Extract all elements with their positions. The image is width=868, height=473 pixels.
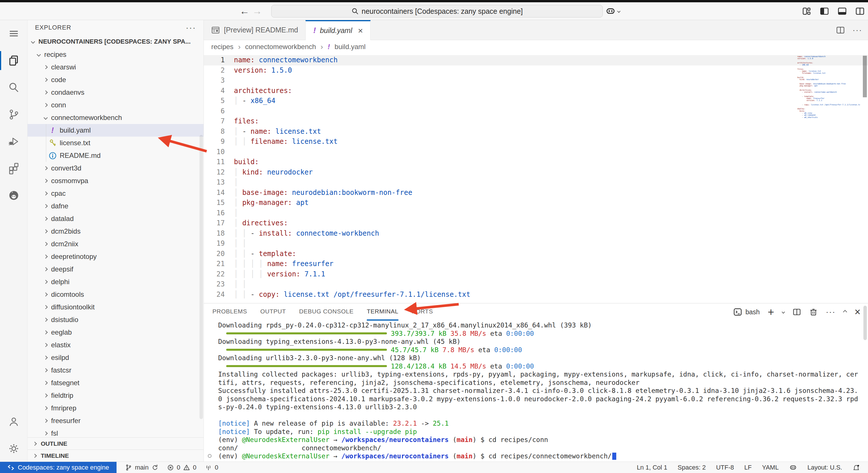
code-line-2[interactable]: 2version: 1.5.0 [204, 65, 868, 76]
code-line-23[interactable]: 23│ │ [204, 279, 868, 290]
code-line-15[interactable]: 15│ pkg-manager: apt [204, 198, 868, 208]
tree-item-cosmomvpa[interactable]: cosmomvpa [28, 175, 204, 187]
code-line-6[interactable]: 6 [204, 106, 868, 117]
tree-item-freesurfer[interactable]: freesurfer [28, 414, 204, 427]
eol-sequence[interactable]: LF [744, 464, 752, 471]
copilot-status[interactable] [789, 464, 797, 472]
activity-run-debug-icon[interactable] [5, 133, 22, 150]
tree-item-condaenvs[interactable]: condaenvs [28, 86, 204, 99]
panel-tab-ports[interactable]: PORTS [412, 304, 433, 321]
editor-more-actions-icon[interactable]: ··· [852, 26, 862, 35]
maximize-panel-icon[interactable] [843, 310, 847, 314]
tree-item-esilpd[interactable]: esilpd [28, 351, 204, 364]
code-editor[interactable]: 1name: connectomeworkbench2version: 1.5.… [204, 53, 868, 303]
tree-item-dsistudio[interactable]: dsistudio [28, 313, 204, 326]
panel-tab-output[interactable]: OUTPUT [260, 304, 286, 321]
remote-indicator[interactable]: Codespaces: zany space engine [0, 462, 117, 473]
code-line-24[interactable]: 24│ │ - copy: license.txt /opt/freesurfe… [204, 290, 868, 300]
code-line-4[interactable]: 4architectures: [204, 86, 868, 96]
code-line-14[interactable]: 14│ base-image: neurodebian:bookworm-non… [204, 188, 868, 198]
code-line-9[interactable]: 9│ │ filename: license.txt [204, 137, 868, 147]
code-line-21[interactable]: 21│ │ │ │ name: freesurfer [204, 259, 868, 269]
tree-item-diffusiontoolkit[interactable]: diffusiontoolkit [28, 301, 204, 313]
branch-indicator[interactable]: main [125, 464, 158, 471]
tree-item-fsl[interactable]: fsl [28, 427, 204, 437]
activity-extensions-icon[interactable] [5, 160, 22, 177]
close-icon[interactable]: × [358, 26, 363, 36]
terminal-profile-chevron-icon[interactable] [782, 310, 785, 313]
tree-item-dafne[interactable]: dafne [28, 200, 204, 212]
tree-root-workspace[interactable]: NEUROCONTAINERS [CODESPACES: ZANY SPA... [28, 35, 204, 48]
command-center-search[interactable]: neurocontainers [Codespaces: zany space … [271, 5, 603, 18]
code-line-19[interactable]: 19│ │ [204, 239, 868, 249]
sidebar-scrollbar[interactable] [199, 135, 203, 419]
code-line-12[interactable]: 12│ kind: neurodocker [204, 167, 868, 178]
code-line-7[interactable]: 7files: [204, 116, 868, 127]
notifications-bell-icon[interactable] [852, 464, 860, 471]
terminal-scrollbar[interactable] [863, 306, 867, 340]
panel-tab-problems[interactable]: PROBLEMS [212, 304, 247, 321]
tree-item-code[interactable]: code [28, 73, 204, 86]
split-editor-icon[interactable] [836, 26, 845, 35]
tree-item-clearswi[interactable]: clearswi [28, 61, 204, 73]
breadcrumb-item[interactable]: connectomeworkbench [245, 43, 316, 51]
ports-indicator[interactable]: 0 [205, 464, 218, 471]
code-line-5[interactable]: 5│ - x86_64 [204, 96, 868, 106]
back-arrow-icon[interactable]: ← [238, 5, 251, 17]
tree-item-recipes[interactable]: recipes [28, 48, 204, 61]
breadcrumb-item[interactable]: recipes [211, 43, 234, 51]
tree-item-fmriprep[interactable]: fmriprep [28, 402, 204, 414]
code-line-22[interactable]: 22│ │ │ │ version: 7.1.1 [204, 269, 868, 280]
code-line-16[interactable]: 16│ [204, 208, 868, 218]
code-line-8[interactable]: 8│ - name: license.txt [204, 127, 868, 137]
encoding[interactable]: UTF-8 [716, 464, 734, 471]
tree-item-README.md[interactable]: README.md [28, 149, 204, 162]
terminal-instance[interactable]: bash [733, 307, 760, 317]
tree-item-elastix[interactable]: elastix [28, 339, 204, 351]
tree-item-build.yaml[interactable]: !build.yaml [28, 124, 204, 137]
tree-item-convert3d[interactable]: convert3d [28, 162, 204, 175]
code-line-3[interactable]: 3 [204, 75, 868, 86]
split-terminal-icon[interactable] [793, 308, 801, 316]
tab-build-yaml[interactable]: ! build.yaml × [305, 20, 371, 40]
panel-more-actions-icon[interactable]: ··· [826, 307, 836, 317]
tree-item-fieldtrip[interactable]: fieldtrip [28, 389, 204, 402]
explorer-more-actions-icon[interactable]: ··· [186, 23, 196, 32]
editor-scrollbar[interactable] [863, 56, 867, 97]
code-line-20[interactable]: 20│ │ - template: [204, 249, 868, 259]
activity-search-icon[interactable] [5, 79, 22, 96]
tree-item-connectomeworkbench[interactable]: connectomeworkbench [28, 112, 204, 124]
code-line-11[interactable]: 11build: [204, 157, 868, 167]
close-panel-icon[interactable]: × [855, 306, 861, 318]
tree-item-dcm2bids[interactable]: dcm2bids [28, 225, 204, 238]
tree-item-eeglab[interactable]: eeglab [28, 326, 204, 339]
activity-source-control-icon[interactable] [5, 106, 22, 123]
tree-item-datalad[interactable]: datalad [28, 212, 204, 225]
tree-item-conn[interactable]: conn [28, 99, 204, 112]
tree-item-fastcsr[interactable]: fastcsr [28, 364, 204, 377]
copilot-menu[interactable] [605, 6, 620, 17]
kill-terminal-trash-icon[interactable] [809, 308, 818, 316]
panel-tab-terminal[interactable]: TERMINAL [367, 304, 398, 321]
activity-menu-icon[interactable] [5, 25, 22, 42]
cursor-position[interactable]: Ln 1, Col 1 [637, 464, 667, 471]
section-outline[interactable]: OUTLINE [28, 437, 204, 449]
panel-tab-debug-console[interactable]: DEBUG CONSOLE [299, 304, 353, 321]
tree-item-fatsegnet[interactable]: fatsegnet [28, 377, 204, 389]
language-mode[interactable]: YAML [762, 464, 779, 471]
section-timeline[interactable]: TIMELINE [28, 449, 204, 462]
code-line-17[interactable]: 17│ directives: [204, 218, 868, 228]
forward-arrow-icon[interactable]: → [251, 5, 264, 17]
code-line-10[interactable]: 10 [204, 147, 868, 157]
tab-preview-readme[interactable]: [Preview] README.md [204, 20, 305, 40]
keyboard-layout[interactable]: Layout: U.S. [807, 464, 842, 471]
customize-layout-icon[interactable] [801, 6, 812, 17]
code-line-18[interactable]: 18│ │ - install: connectome-workbench [204, 228, 868, 239]
indentation[interactable]: Spaces: 2 [678, 464, 706, 471]
toggle-secondary-sidebar-icon[interactable] [855, 6, 865, 17]
activity-explorer-icon[interactable] [5, 52, 22, 69]
activity-github-icon[interactable] [5, 187, 22, 204]
tree-item-dicomtools[interactable]: dicomtools [28, 288, 204, 301]
toggle-panel-icon[interactable] [837, 6, 847, 17]
terminal-output[interactable]: Downloading rpds_py-0.24.0-cp312-cp312-m… [204, 321, 868, 462]
